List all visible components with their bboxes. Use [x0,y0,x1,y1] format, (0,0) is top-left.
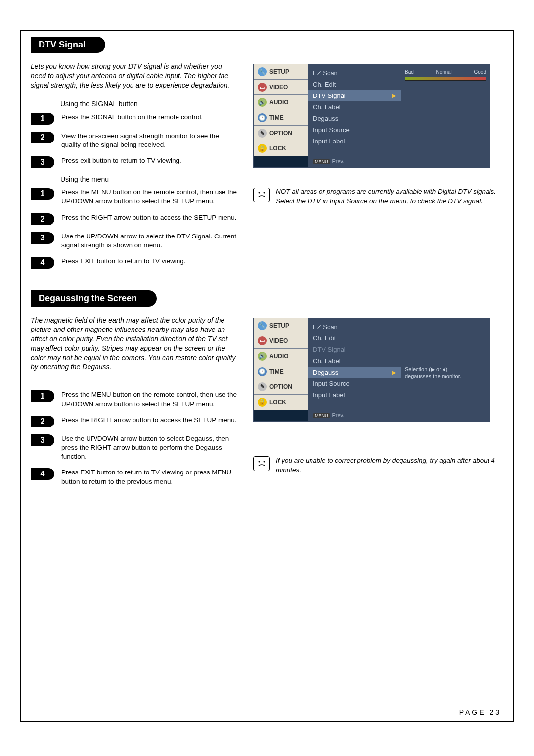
intro-2: The magnetic field of the earth may affe… [31,316,238,372]
osd-tab-lock: 🔒LOCK [254,395,308,410]
osd-tab-audio: 🔊AUDIO [254,349,308,364]
clock-icon: 🕑 [258,367,267,376]
step-num: 1 [31,113,54,125]
osd-footer: MENUPrev. [308,409,401,421]
step-text: View the on-screen signal strength monit… [61,132,238,149]
signal-meter-bar [405,77,486,81]
svg-point-2 [259,461,260,462]
chevron-right-icon: ▶ [392,370,396,375]
meter-label-normal: Normal [436,69,452,75]
svg-point-3 [264,461,265,462]
osd-tab-option: ✎OPTION [254,126,308,141]
intro-1: Lets you know how strong your DTV signal… [31,62,238,90]
osd-tab-setup: 🔧SETUP [254,64,308,80]
clock-icon: 🕑 [258,113,267,122]
option-icon: ✎ [258,129,267,138]
step-num: 3 [31,434,54,446]
step-num: 3 [31,156,54,168]
option-icon: ✎ [258,382,267,391]
note-dtv: NOT all areas or programs are currently … [253,188,503,206]
note-face-icon [253,188,270,202]
step-text: Press the MENU button on the remote cont… [61,188,238,206]
osd-dtv: 🔧SETUP ▭VIDEO 🔊AUDIO 🕑TIME ✎OPTION 🔒LOCK… [253,64,490,168]
subhead-signal: Using the SIGNAL button [60,100,238,108]
video-icon: ▭ [258,336,267,345]
osd-tab-setup: 🔧SETUP [254,318,308,333]
osd-tab-video: ▭VIDEO [254,333,308,349]
svg-point-1 [264,192,265,194]
osd-degauss-hint: Selection (▶ or ●) degausses the monitor… [401,318,490,421]
audio-icon: 🔊 [258,98,267,107]
osd-item: Input Label [308,136,401,147]
step-num: 1 [31,188,54,200]
wrench-icon: 🔧 [258,321,267,330]
section-degauss: Degaussing the Screen The magnetic field… [31,290,503,493]
osd-tab-video: ▭VIDEO [254,80,308,95]
step-num: 2 [31,213,54,225]
osd-item: Ch. Edit [308,332,401,344]
osd-item: Degauss [308,113,401,124]
section-header-degauss: Degaussing the Screen [31,290,157,307]
left-col-2: The magnetic field of the earth may affe… [31,316,238,493]
svg-point-0 [259,192,260,194]
meter-label-good: Good [474,69,486,75]
step-num: 4 [31,257,54,269]
right-col-1: 🔧SETUP ▭VIDEO 🔊AUDIO 🕑TIME ✎OPTION 🔒LOCK… [253,62,503,276]
right-col-2: 🔧SETUP ▭VIDEO 🔊AUDIO 🕑TIME ✎OPTION 🔒LOCK… [253,316,503,493]
step-text: Press exit button to return to TV viewin… [61,156,238,165]
wrench-icon: 🔧 [258,67,267,76]
osd-footer: MENUPrev. [308,155,401,167]
osd-tab-option: ✎OPTION [254,379,308,395]
page-number: PAGE 23 [459,709,501,716]
note-text: If you are unable to correct problem by … [276,456,503,475]
osd-item: Ch. Edit [308,79,401,90]
note-text: NOT all areas or programs are currently … [276,188,503,206]
video-icon: ▭ [258,83,267,92]
osd-tab-time: 🕑TIME [254,364,308,379]
step-text: Press the RIGHT arrow button to access t… [61,213,238,222]
osd-signal-meter: Bad Normal Good [401,64,490,167]
lock-icon: 🔒 [258,144,267,153]
step-num: 2 [31,132,54,143]
audio-icon: 🔊 [258,352,267,361]
step-text: Press the SIGNAL button on the remote co… [61,113,238,122]
subhead-menu: Using the menu [60,175,238,183]
osd-item: Input Source [308,124,401,136]
osd-item-selected: DTV Signal▶ [308,90,401,101]
step-num: 4 [31,468,54,480]
osd-item-dim: DTV Signal [308,344,401,355]
osd-item: Ch. Label [308,101,401,113]
step-num: 3 [31,232,54,244]
left-col-1: Lets you know how strong your DTV signal… [31,62,238,276]
osd-item: EZ Scan [308,321,401,332]
osd-tab-lock: 🔒LOCK [254,141,308,156]
section-dtv-signal: DTV Signal Lets you know how strong your… [31,37,503,276]
osd-tab-time: 🕑TIME [254,110,308,126]
lock-icon: 🔒 [258,398,267,407]
osd-degauss: 🔧SETUP ▭VIDEO 🔊AUDIO 🕑TIME ✎OPTION 🔒LOCK… [253,318,490,422]
step-text: Use the UP/DOWN arrow to select the DTV … [61,232,238,250]
osd-tab-audio: 🔊AUDIO [254,95,308,110]
osd-item-selected: Degauss▶ [308,367,401,378]
osd-item: Input Source [308,378,401,389]
section-header-dtv: DTV Signal [31,37,105,53]
step-text: Press the MENU button on the remote cont… [61,390,238,408]
osd-item: EZ Scan [308,67,401,79]
meter-label-bad: Bad [405,69,414,75]
step-num: 1 [31,390,54,402]
note-degauss: If you are unable to correct problem by … [253,456,503,475]
step-text: Press EXIT button to return to TV viewin… [61,257,238,266]
step-text: Press the RIGHT arrow button to access t… [61,416,238,425]
step-text: Press EXIT button to return to TV viewin… [61,468,238,486]
osd-item: Input Label [308,389,401,401]
chevron-right-icon: ▶ [392,93,396,98]
step-text: Use the UP/DOWN arrow button to select D… [61,434,238,462]
note-face-icon [253,456,270,471]
osd-item: Ch. Label [308,355,401,367]
step-num: 2 [31,416,54,427]
